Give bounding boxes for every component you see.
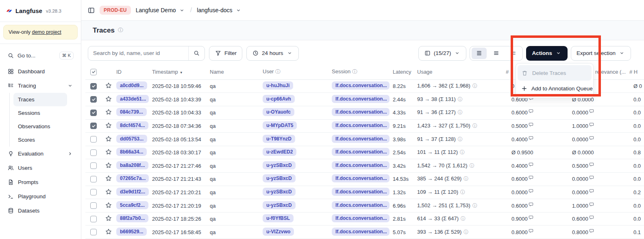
- comment-icon[interactable]: [529, 175, 533, 181]
- comment-icon[interactable]: [589, 109, 594, 115]
- session-badge[interactable]: lf.docs.conversation...: [332, 108, 389, 116]
- trace-id-badge[interactable]: a433de51...: [116, 95, 149, 103]
- sidebar-item-observations[interactable]: Observations: [13, 120, 67, 133]
- sidebar-toggle-icon[interactable]: [88, 7, 95, 14]
- user-badge[interactable]: u-VIZzvwo: [263, 228, 294, 236]
- row-height-compact-button[interactable]: [472, 48, 487, 59]
- search-submit-icon[interactable]: [188, 46, 205, 60]
- trace-id-badge[interactable]: 8b66a34...: [116, 148, 147, 156]
- comment-icon[interactable]: [589, 215, 594, 221]
- user-badge[interactable]: u-yzSBxcD: [263, 201, 296, 209]
- table-row[interactable]: 5cca9cf2...2025-02-17 21:20:19qau-yzSBxc…: [85, 199, 644, 213]
- table-row[interactable]: 88f2a7b0...2025-02-17 18:25:26qau-f0YfBS…: [85, 213, 644, 226]
- user-badge[interactable]: u-cp66Avh: [263, 95, 295, 103]
- row-checkbox[interactable]: [90, 189, 97, 195]
- sidebar-item-prompts[interactable]: Prompts: [4, 175, 77, 189]
- row-checkbox[interactable]: [90, 110, 97, 116]
- comment-icon[interactable]: [529, 215, 533, 221]
- comment-icon[interactable]: [589, 136, 594, 142]
- columns-button[interactable]: (15/27): [418, 46, 467, 61]
- session-badge[interactable]: lf.docs.conversation...: [332, 135, 389, 143]
- project-breadcrumb[interactable]: langfuse-docs: [197, 7, 242, 13]
- row-height-tall-button[interactable]: [506, 48, 521, 59]
- row-checkbox[interactable]: [90, 216, 97, 222]
- table-row[interactable]: ba8a208f...2025-02-17 21:27:46qau-yzSBxc…: [85, 159, 644, 173]
- comment-icon[interactable]: [529, 202, 533, 208]
- filter-button[interactable]: Filter: [209, 46, 242, 61]
- comment-icon[interactable]: [529, 189, 533, 195]
- time-range-button[interactable]: 24 hours: [246, 46, 299, 61]
- sidebar-item-evaluation[interactable]: Evaluation: [4, 147, 77, 161]
- export-selection-button[interactable]: Export selection: [571, 46, 631, 61]
- sidebar-item-users[interactable]: Users: [4, 161, 77, 175]
- comment-icon[interactable]: [589, 228, 594, 235]
- col-timestamp[interactable]: Timestamp▼: [149, 69, 207, 75]
- comment-icon[interactable]: [529, 162, 533, 168]
- row-checkbox[interactable]: [90, 202, 97, 209]
- col-latency[interactable]: Latency: [389, 69, 414, 75]
- star-icon[interactable]: [104, 96, 112, 102]
- col-session[interactable]: Session ⓘ: [329, 68, 389, 75]
- trace-id-badge[interactable]: dd05753...: [116, 135, 147, 143]
- menu-item-delete-traces[interactable]: Delete Traces: [518, 65, 592, 81]
- sidebar-item-sessions[interactable]: Sessions: [13, 106, 67, 120]
- demo-project-link[interactable]: demo project: [32, 29, 61, 35]
- comment-icon[interactable]: [529, 109, 533, 115]
- row-checkbox[interactable]: [90, 162, 97, 169]
- row-checkbox[interactable]: [90, 123, 97, 129]
- user-badge[interactable]: u-f0YfBSL: [263, 214, 294, 222]
- star-icon[interactable]: [104, 189, 112, 195]
- table-row[interactable]: 084c739...2025-02-18 10:04:33qau-OYauofc…: [85, 106, 644, 120]
- comment-icon[interactable]: [589, 189, 594, 195]
- menu-item-add-to-annotation-queue[interactable]: Add to Annotation Queue: [518, 81, 592, 96]
- comment-icon[interactable]: [589, 122, 594, 128]
- comment-icon[interactable]: [589, 175, 594, 181]
- sidebar-item-dashboard[interactable]: Dashboard: [4, 64, 77, 79]
- row-checkbox[interactable]: [90, 149, 97, 156]
- session-badge[interactable]: lf.docs.conversation...: [332, 201, 389, 209]
- user-badge[interactable]: u-MYpDAT5: [263, 121, 297, 129]
- user-badge[interactable]: u-T98YnzD: [263, 135, 295, 143]
- col-name[interactable]: Name: [207, 69, 259, 75]
- comment-icon[interactable]: [529, 228, 533, 235]
- comment-icon[interactable]: [529, 136, 533, 142]
- star-icon[interactable]: [104, 175, 112, 182]
- col-usage[interactable]: Usage: [414, 69, 504, 75]
- row-height-medium-button[interactable]: [489, 48, 504, 59]
- star-icon[interactable]: [104, 162, 112, 169]
- col-id[interactable]: ID: [113, 69, 149, 75]
- row-checkbox[interactable]: [90, 229, 97, 235]
- goto-search[interactable]: Go to... ⌘ K: [4, 49, 77, 62]
- star-icon[interactable]: [104, 136, 112, 142]
- star-icon[interactable]: [104, 215, 112, 221]
- search-input[interactable]: [88, 46, 188, 60]
- row-checkbox[interactable]: [90, 96, 97, 103]
- table-row[interactable]: dd05753...2025-02-18 05:13:54qau-T98YnzD…: [85, 133, 644, 146]
- actions-button[interactable]: Actions: [526, 46, 568, 61]
- sidebar-item-datasets[interactable]: Datasets: [4, 204, 77, 218]
- row-checkbox[interactable]: [90, 136, 97, 143]
- sidebar-item-traces[interactable]: Traces: [13, 93, 67, 106]
- row-checkbox[interactable]: [90, 176, 97, 182]
- table-row[interactable]: 07265c7a...2025-02-17 21:21:43qau-yzSBxc…: [85, 173, 644, 186]
- trace-id-badge[interactable]: 084c739...: [116, 108, 147, 116]
- comment-icon[interactable]: [529, 122, 533, 128]
- session-badge[interactable]: lf.docs.conversation...: [332, 161, 389, 169]
- user-badge[interactable]: u-yzSBxcD: [263, 174, 296, 182]
- star-icon[interactable]: [104, 82, 112, 89]
- trace-id-badge[interactable]: a0cd0d9...: [116, 81, 147, 90]
- trace-id-badge[interactable]: b669529...: [116, 228, 147, 236]
- star-icon[interactable]: [104, 149, 112, 155]
- table-row[interactable]: b669529...2025-02-17 16:58:45qau-VIZzvwo…: [85, 226, 644, 239]
- trace-id-badge[interactable]: ba8a208f...: [116, 161, 148, 169]
- trace-id-badge[interactable]: 5cca9cf2...: [116, 201, 148, 209]
- user-badge[interactable]: u-huJhuJi: [263, 81, 293, 90]
- star-icon[interactable]: [104, 122, 112, 129]
- table-row[interactable]: 8dcf4574...2025-02-18 07:34:36qau-MYpDAT…: [85, 120, 644, 133]
- trace-id-badge[interactable]: 88f2a7b0...: [116, 214, 148, 222]
- table-row[interactable]: d3e9d1f2...2025-02-17 21:20:21qau-yzSBxc…: [85, 186, 644, 200]
- session-badge[interactable]: lf.docs.conversation...: [332, 214, 389, 222]
- row-checkbox[interactable]: [90, 83, 97, 90]
- table-row[interactable]: 8b66a34...2025-02-18 03:30:17qau-zEwdED2…: [85, 146, 644, 160]
- user-badge[interactable]: u-yzSBxcD: [263, 161, 296, 169]
